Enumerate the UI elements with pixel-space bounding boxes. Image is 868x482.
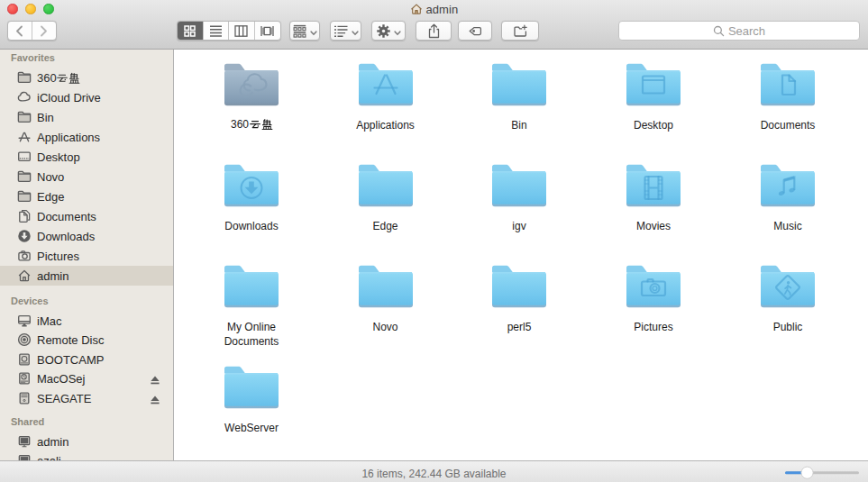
svg-text:360: 360	[37, 72, 57, 85]
svg-text:360: 360	[231, 118, 249, 130]
